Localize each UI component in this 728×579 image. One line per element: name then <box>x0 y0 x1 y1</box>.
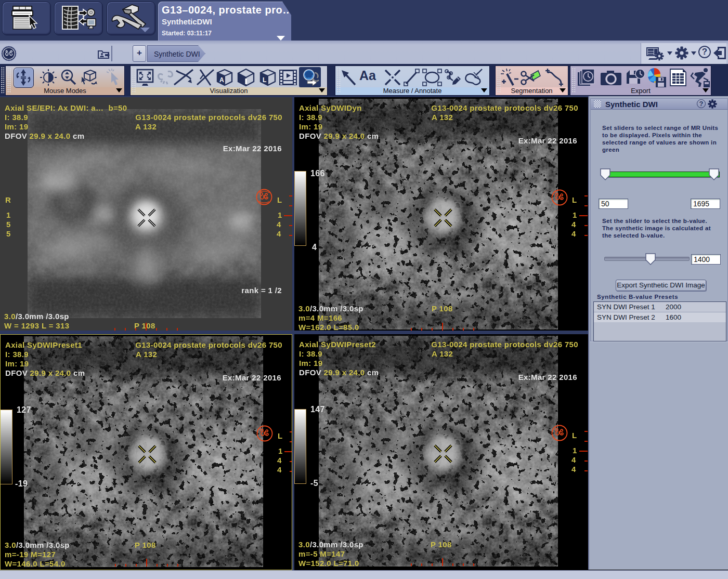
svg-text:A: A <box>219 76 224 84</box>
svg-text:L: L <box>263 76 266 84</box>
